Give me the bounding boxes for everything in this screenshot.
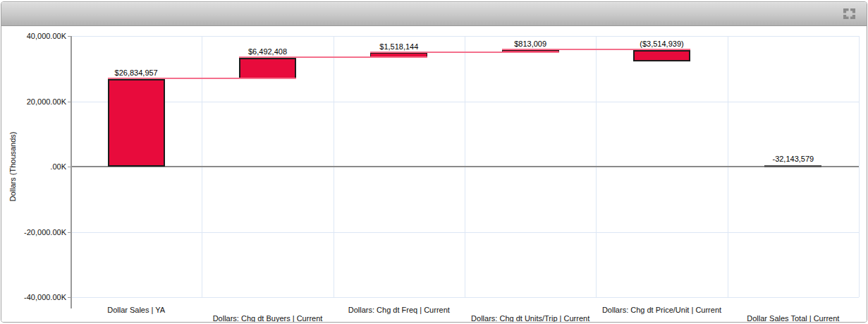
icon-square-bl [843,15,849,20]
icon-square-br [850,15,856,20]
bar-value-label: -32,143,579 [733,155,853,164]
category-label: Dollars: Chg dt Buyers | Current [187,314,349,323]
category-label: Dollar Sales Total | Current [712,314,867,323]
waterfall-bar[interactable] [633,50,690,61]
bar-value-label: $26,834,957 [76,68,196,78]
chart-widget: Dollars (Thousands) 40,000.00K20,000.00K… [1,1,867,323]
y-tick-label: 40,000.00K [1,32,66,40]
y-tick-label: 20,000.00K [1,97,66,106]
icon-square-tr [850,8,856,13]
y-tick-label: .00K [1,162,66,171]
connector-line [108,78,296,79]
y-tick-label: -40,000.00K [1,293,66,301]
gridline-vertical [859,36,860,297]
y-tick-label: -20,000.00K [1,228,66,236]
category-label: Dollars: Chg dt Freq | Current [318,306,480,314]
category-label: Dollars: Chg dt Price/Unit | Current [581,306,743,314]
collapse-grid-icon[interactable] [843,8,855,19]
total-bar[interactable] [764,165,821,167]
icon-square-tl [843,8,849,13]
y-axis-line [71,36,72,308]
category-label: Dollar Sales | YA [55,306,217,314]
zero-baseline [71,166,859,167]
gridline-horizontal [71,297,859,298]
waterfall-bar[interactable] [108,79,165,167]
bar-value-label: ($3,514,939) [602,40,722,49]
waterfall-bar[interactable] [239,58,296,79]
category-label: Dollars: Chg dt Units/Trip | Current [449,314,611,323]
bar-value-label: $813,009 [470,40,590,49]
waterfall-chart-plot-area: Dollars (Thousands) 40,000.00K20,000.00K… [1,26,867,322]
connector-line [502,49,690,50]
bar-value-label: $6,492,408 [208,47,328,56]
widget-header [1,2,867,26]
connector-line [370,52,558,53]
bar-value-label: $1,518,144 [339,42,459,52]
connector-line [239,56,427,58]
